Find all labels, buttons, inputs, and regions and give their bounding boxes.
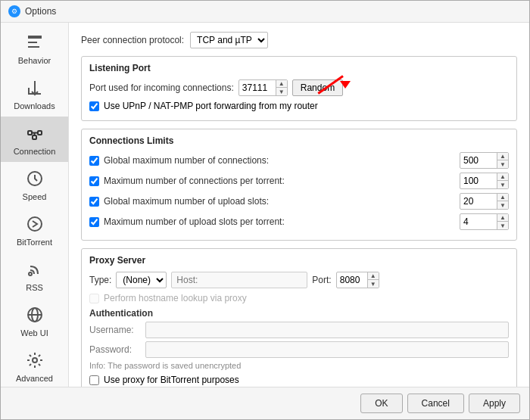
port-spin-up[interactable]: ▲: [276, 80, 287, 88]
port-spin-down[interactable]: ▼: [276, 88, 287, 95]
conn-spin-up-1[interactable]: ▲: [497, 173, 508, 181]
conn-spin-0[interactable]: ▲ ▼: [460, 152, 509, 169]
conn-spin-1[interactable]: ▲ ▼: [460, 173, 509, 189]
port-wrapper: ▲ ▼ Random: [238, 79, 343, 96]
conn-check-3[interactable]: [89, 217, 99, 227]
conn-label-3: Maximum number of upload slots per torre…: [104, 216, 455, 227]
conn-row-2: Global maximum number of upload slots: ▲…: [89, 193, 509, 210]
port-spin-input[interactable]: ▲ ▼: [238, 79, 288, 96]
sidebar-item-advanced[interactable]: Advanced: [1, 344, 68, 387]
conn-check-2[interactable]: [89, 197, 99, 207]
conn-check-1[interactable]: [89, 176, 99, 186]
proxy-port-down[interactable]: ▼: [368, 280, 379, 288]
protocol-row: Peer connection protocol: TCP and µTP: [81, 32, 517, 48]
conn-label-0: Global maximum number of connections:: [104, 155, 455, 166]
proxy-port-up[interactable]: ▲: [368, 272, 379, 280]
conn-spin-3[interactable]: ▲ ▼: [460, 213, 509, 230]
conn-spin-down-0[interactable]: ▼: [497, 160, 508, 168]
hostname-lookup-checkbox[interactable]: [89, 294, 99, 303]
port-input[interactable]: [239, 81, 276, 95]
bittorrent-icon: [24, 213, 45, 235]
password-input[interactable]: [145, 341, 509, 358]
advanced-icon: [24, 350, 45, 371]
sidebar-label-speed: Speed: [23, 192, 47, 201]
sidebar: Behavior Downloads: [1, 23, 69, 387]
connection-icon: [24, 123, 45, 144]
info-text: Info: The password is saved unencrypted: [89, 361, 509, 370]
proxy-port-input[interactable]: [337, 273, 367, 287]
svg-rect-6: [38, 131, 42, 135]
bittorrent-proxy-row[interactable]: Use proxy for BitTorrent purposes: [89, 375, 509, 385]
main-content: Behavior Downloads: [1, 23, 529, 387]
sidebar-item-bittorrent[interactable]: BitTorrent: [1, 207, 68, 253]
auth-section: Authentication Username: Password: Info:…: [89, 308, 509, 370]
upnp-label: Use UPnP / NAT-PMP port forwarding from …: [104, 101, 318, 111]
password-field: Password:: [89, 341, 509, 358]
conn-spin-2[interactable]: ▲ ▼: [460, 193, 509, 210]
proxy-port-spin[interactable]: ▲ ▼: [336, 272, 379, 288]
conn-spin-down-2[interactable]: ▼: [497, 201, 508, 209]
connections-limits-group: Connections Limits Global maximum number…: [81, 129, 517, 241]
conn-spin-down-1[interactable]: ▼: [497, 181, 508, 188]
svg-rect-7: [33, 135, 36, 139]
svg-rect-5: [28, 131, 32, 135]
behavior-icon: [24, 32, 45, 53]
conn-spin-down-3[interactable]: ▼: [497, 222, 508, 229]
auth-title: Authentication: [89, 308, 509, 319]
proxy-server-group: Proxy Server Type: (None) Port: ▲ ▼: [81, 248, 517, 387]
conn-input-1[interactable]: [460, 174, 497, 188]
sidebar-label-behavior: Behavior: [18, 56, 51, 65]
apply-button[interactable]: Apply: [469, 394, 520, 413]
conn-check-0[interactable]: [89, 156, 99, 166]
sidebar-label-connection: Connection: [14, 147, 56, 156]
protocol-select[interactable]: TCP and µTP: [190, 32, 268, 48]
conn-input-0[interactable]: [460, 154, 497, 167]
sidebar-item-connection[interactable]: Connection: [1, 117, 68, 162]
sidebar-item-behavior[interactable]: Behavior: [1, 26, 68, 71]
conn-input-3[interactable]: [460, 215, 497, 229]
password-label: Password:: [89, 344, 142, 355]
conn-spin-up-0[interactable]: ▲: [497, 153, 508, 160]
hostname-lookup-label: Perform hostname lookup via proxy: [104, 293, 247, 303]
port-label: Port used for incoming connections:: [89, 82, 234, 93]
proxy-type-select[interactable]: (None): [116, 272, 167, 288]
conn-spin-up-2[interactable]: ▲: [497, 194, 508, 201]
window-title: Options: [25, 6, 56, 17]
bittorrent-proxy-checkbox[interactable]: [89, 375, 99, 385]
conn-spin-btns-1: ▲ ▼: [497, 173, 508, 188]
sidebar-item-rss[interactable]: RSS: [1, 253, 68, 298]
port-field-row: Port used for incoming connections: ▲ ▼ …: [89, 79, 509, 96]
connections-limits-title: Connections Limits: [89, 135, 509, 146]
rss-icon: [24, 259, 45, 280]
sidebar-item-webui[interactable]: Web UI: [1, 298, 68, 344]
proxy-host-input[interactable]: [171, 272, 307, 288]
sidebar-label-bittorrent: BitTorrent: [17, 238, 52, 247]
username-input[interactable]: [145, 322, 509, 338]
options-window: ⚙ Options Behavior: [0, 0, 530, 420]
sidebar-label-advanced: Advanced: [16, 374, 53, 383]
conn-label-2: Global maximum number of upload slots:: [104, 196, 455, 207]
ok-button[interactable]: OK: [360, 394, 402, 413]
sidebar-item-downloads[interactable]: Downloads: [1, 71, 68, 117]
sidebar-label-rss: RSS: [26, 283, 43, 292]
proxy-type-label: Type:: [89, 275, 111, 285]
upnp-checkbox-row[interactable]: Use UPnP / NAT-PMP port forwarding from …: [89, 101, 509, 111]
protocol-label: Peer connection protocol:: [81, 35, 184, 45]
proxy-port-label: Port:: [312, 275, 331, 285]
hostname-lookup-row[interactable]: Perform hostname lookup via proxy: [89, 293, 509, 303]
upnp-checkbox[interactable]: [89, 101, 99, 111]
conn-spin-btns-0: ▲ ▼: [497, 153, 508, 168]
bittorrent-proxy-label: Use proxy for BitTorrent purposes: [104, 375, 239, 385]
speed-icon: [24, 168, 45, 189]
proxy-port-spin-btns: ▲ ▼: [367, 272, 379, 288]
svg-point-12: [29, 272, 32, 275]
conn-row-1: Maximum number of connections per torren…: [89, 173, 509, 189]
sidebar-item-speed[interactable]: Speed: [1, 162, 68, 207]
conn-spin-btns-2: ▲ ▼: [497, 194, 508, 209]
conn-input-2[interactable]: [460, 194, 497, 208]
cancel-button[interactable]: Cancel: [407, 394, 464, 413]
proxy-type-row: Type: (None) Port: ▲ ▼: [89, 272, 509, 288]
conn-row-0: Global maximum number of connections: ▲ …: [89, 152, 509, 169]
conn-spin-up-3[interactable]: ▲: [497, 214, 508, 222]
port-spin-buttons: ▲ ▼: [276, 80, 287, 95]
